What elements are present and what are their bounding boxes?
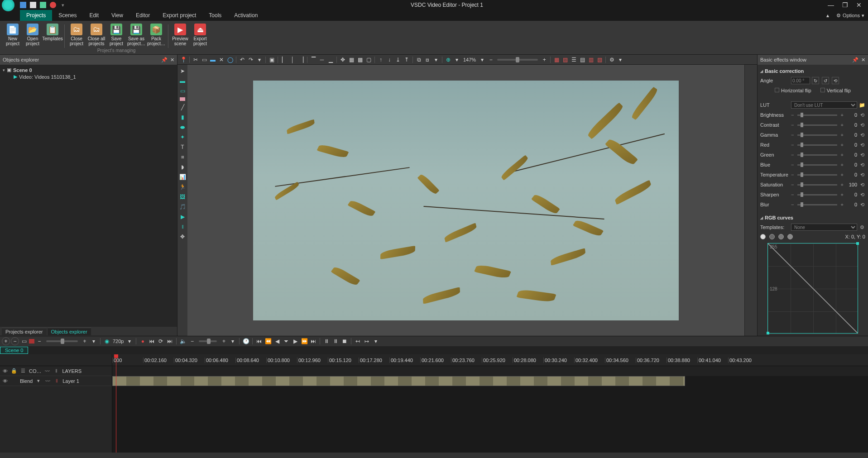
maximize-button[interactable]: ❐: [842, 1, 848, 9]
slider-plus-icon[interactable]: +: [841, 122, 844, 128]
menu-editor[interactable]: Editor: [129, 10, 156, 21]
lock-icon[interactable]: 🔒: [11, 368, 17, 374]
collapse-ribbon-icon[interactable]: ▴: [823, 10, 833, 21]
wave-icon[interactable]: 〰: [44, 368, 51, 374]
track-header-layer1[interactable]: 👁 Blend ▾ 〰 ⦀ Layer 1: [0, 376, 112, 386]
new-project-button[interactable]: 📄Newproject: [3, 23, 23, 47]
green-reset-icon[interactable]: ⟲: [859, 152, 865, 158]
slider-plus-icon[interactable]: +: [841, 132, 844, 138]
saturation-slider[interactable]: [797, 184, 837, 186]
crop-icon[interactable]: ▣: [268, 56, 276, 64]
templates-settings-icon[interactable]: ⚙: [859, 224, 865, 230]
eye-icon[interactable]: 👁: [2, 368, 8, 374]
tl-res-icon[interactable]: ◉: [103, 337, 111, 345]
slider-minus-icon[interactable]: −: [791, 192, 794, 197]
fill-tool-icon[interactable]: ▮: [179, 114, 186, 121]
menu-scenes[interactable]: Scenes: [52, 10, 83, 21]
motion-tool-icon[interactable]: 🏃: [179, 183, 186, 191]
section-rgb-curves[interactable]: RGB curves: [760, 213, 865, 222]
pointer-tool-icon[interactable]: ➤: [179, 67, 186, 75]
blue-slider[interactable]: [797, 164, 837, 166]
playhead[interactable]: [116, 354, 116, 453]
tl-loop-a-icon[interactable]: ⏸: [322, 337, 331, 345]
menu-export[interactable]: Export project: [156, 10, 202, 21]
slider-plus-icon[interactable]: +: [841, 202, 844, 207]
text-tool-icon[interactable]: T: [179, 143, 186, 151]
section-basic-correction[interactable]: Basic correction: [760, 67, 865, 76]
panel-close-icon[interactable]: ✕: [170, 57, 174, 63]
slider-plus-icon[interactable]: +: [841, 112, 844, 118]
clone-tool-icon[interactable]: ✦: [179, 134, 186, 141]
close-all-button[interactable]: 🗂Close allprojects: [86, 23, 106, 47]
slider-minus-icon[interactable]: −: [791, 162, 794, 167]
delete-icon[interactable]: ✕: [217, 56, 225, 64]
tl-next-key-icon[interactable]: ⏭: [309, 337, 317, 345]
timeline-ruler[interactable]: 00000:02.16000:04.32000:06.48000:08.6400…: [112, 354, 868, 366]
tl-prev-icon[interactable]: ◀: [273, 337, 281, 345]
tree-node-video[interactable]: ▶ Video: Videos 1510138_1: [14, 73, 174, 80]
tl-record-icon[interactable]: ●: [139, 337, 147, 345]
ellipse-tool-icon[interactable]: ◗: [179, 163, 186, 171]
tl-loop-icon[interactable]: ⟳: [157, 337, 165, 345]
tl-config-icon[interactable]: ▭: [20, 337, 28, 345]
layers-icon[interactable]: ▤: [578, 56, 586, 64]
ungroup-icon[interactable]: ⧈: [423, 56, 432, 64]
slider-plus-icon[interactable]: +: [841, 152, 844, 157]
distrib-v-icon[interactable]: ▩: [356, 56, 364, 64]
timeline-tracks[interactable]: 00000:02.16000:04.32000:06.48000:08.6400…: [112, 354, 868, 453]
copy-icon[interactable]: ▭: [200, 56, 208, 64]
lut-select[interactable]: Don't use LUT: [791, 101, 857, 109]
tl-volume-slider[interactable]: [199, 340, 217, 342]
slider-plus-icon[interactable]: +: [841, 162, 844, 167]
tl-jump-right-icon[interactable]: ↦: [363, 337, 371, 345]
zoom-fit-icon[interactable]: ⊕: [444, 56, 452, 64]
viewer-settings-icon[interactable]: ⚙: [608, 56, 616, 64]
tl-vol-down-icon[interactable]: −: [188, 337, 196, 345]
zoom-out-icon[interactable]: −: [487, 56, 495, 64]
tl-zoom-dropdown-icon[interactable]: ▾: [90, 337, 98, 345]
tl-res-dropdown-icon[interactable]: ▾: [125, 337, 134, 345]
angle-reset-icon[interactable]: ⟲: [832, 77, 839, 84]
viewer-settings-dropdown-icon[interactable]: ▾: [616, 56, 624, 64]
tl-prev-key-icon[interactable]: ⏪: [264, 337, 272, 345]
align-bottom-icon[interactable]: ▁: [326, 56, 335, 64]
video-clip[interactable]: [112, 376, 685, 386]
tl-first-icon[interactable]: ⏮: [255, 337, 263, 345]
zoom-in-icon[interactable]: +: [540, 56, 548, 64]
tree-node-scene[interactable]: ▾ ▣ Scene 0: [3, 67, 174, 73]
audio-tool-icon[interactable]: 🎵: [179, 203, 186, 210]
menu-activation[interactable]: Activation: [228, 10, 264, 21]
blur-slider[interactable]: [797, 204, 837, 205]
curve-point-start[interactable]: [767, 332, 769, 334]
tl-zoom-out-icon[interactable]: −: [35, 337, 43, 345]
group-icon[interactable]: ⧉: [415, 56, 423, 64]
pack-project-button[interactable]: 📦Packproject…: [146, 23, 166, 47]
green-slider[interactable]: [797, 154, 837, 156]
undo-icon[interactable]: ↶: [238, 56, 246, 64]
align-left-icon[interactable]: ▏: [280, 56, 288, 64]
arrow-up-icon[interactable]: ↑: [377, 56, 385, 64]
tl-resolution[interactable]: 720p: [112, 339, 125, 344]
slider-minus-icon[interactable]: −: [791, 112, 794, 118]
preview-scene-button[interactable]: ▶Previewscene: [170, 23, 190, 47]
slider-minus-icon[interactable]: −: [791, 152, 794, 157]
channel-all[interactable]: [760, 234, 766, 239]
tab-objects-explorer[interactable]: Objects explorer: [48, 328, 91, 335]
rgb-curve-editor[interactable]: 255 128: [767, 243, 858, 334]
sharpen-reset-icon[interactable]: ⟲: [859, 192, 865, 198]
track-header-co[interactable]: 👁 🔒 ☰ CO… 〰 ⦀ LAYERS: [0, 366, 112, 376]
tl-clock-icon[interactable]: 🕐: [242, 337, 250, 345]
to-bottom-icon[interactable]: ⤓: [394, 56, 402, 64]
open-project-button[interactable]: 📂Openproject: [23, 23, 43, 47]
close-button[interactable]: ✕: [856, 1, 862, 9]
wave-icon[interactable]: 〰: [44, 378, 51, 384]
brush-tool-icon[interactable]: ⬬: [179, 124, 186, 131]
tl-vol-up-icon[interactable]: +: [220, 337, 228, 345]
ruler-tool-icon[interactable]: ⊞: [179, 153, 186, 161]
qa-dropdown-icon[interactable]: ▾: [60, 2, 66, 8]
distrib-h-icon[interactable]: ▦: [347, 56, 355, 64]
vflip-checkbox[interactable]: [820, 88, 825, 92]
angle-input[interactable]: [791, 77, 810, 84]
slider-plus-icon[interactable]: +: [841, 182, 844, 187]
image-tool-icon[interactable]: 🖼: [179, 193, 186, 200]
